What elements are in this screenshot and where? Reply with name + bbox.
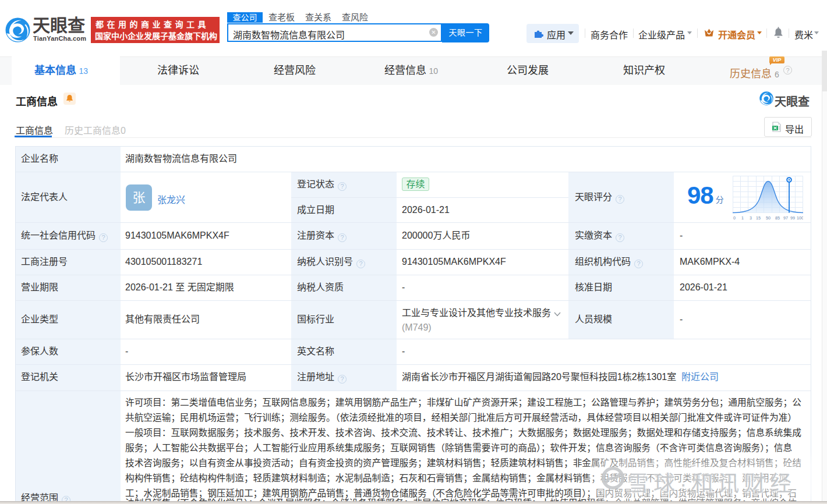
svg-text:0: 0 bbox=[733, 215, 736, 221]
svg-text:50: 50 bbox=[766, 215, 771, 221]
svg-text:100: 100 bbox=[797, 215, 803, 221]
svg-text:1: 1 bbox=[741, 215, 744, 221]
svg-text:3: 3 bbox=[750, 215, 752, 221]
svg-text:99: 99 bbox=[790, 215, 795, 221]
svg-text:85: 85 bbox=[775, 215, 780, 221]
svg-text:15: 15 bbox=[756, 215, 761, 221]
svg-text:97: 97 bbox=[783, 215, 788, 221]
